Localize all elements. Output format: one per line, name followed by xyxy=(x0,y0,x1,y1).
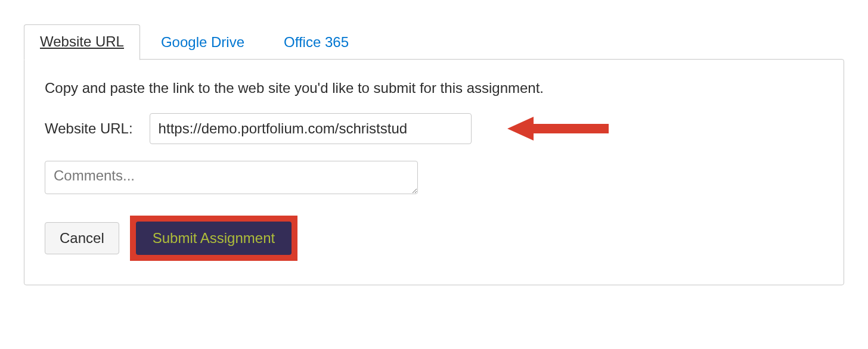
submission-panel: Website URL Google Drive Office 365 Copy… xyxy=(24,24,844,285)
svg-marker-0 xyxy=(507,117,609,141)
tab-content: Copy and paste the link to the web site … xyxy=(24,59,844,285)
cancel-button[interactable]: Cancel xyxy=(45,222,119,254)
annotation-arrow-icon xyxy=(507,114,609,143)
url-label: Website URL: xyxy=(45,120,133,137)
button-row: Cancel Submit Assignment xyxy=(45,216,823,261)
url-row: Website URL: xyxy=(45,113,823,144)
website-url-input[interactable] xyxy=(150,113,472,144)
tab-office-365[interactable]: Office 365 xyxy=(268,25,365,60)
submit-highlight: Submit Assignment xyxy=(130,216,297,261)
submit-assignment-button[interactable]: Submit Assignment xyxy=(136,222,292,255)
comments-textarea[interactable] xyxy=(45,161,418,194)
instructions-text: Copy and paste the link to the web site … xyxy=(45,80,823,96)
tab-website-url[interactable]: Website URL xyxy=(24,24,140,60)
tab-google-drive[interactable]: Google Drive xyxy=(145,25,261,60)
tab-bar: Website URL Google Drive Office 365 xyxy=(24,24,844,60)
